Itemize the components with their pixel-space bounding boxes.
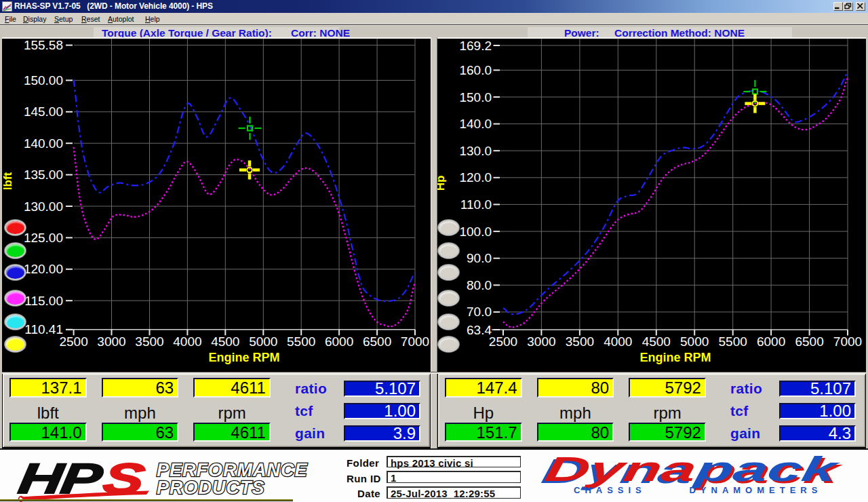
svg-text:90.0: 90.0: [467, 251, 492, 265]
svg-text:2500: 2500: [59, 334, 87, 349]
svg-text:140.0: 140.0: [459, 117, 492, 131]
svg-text:110.0: 110.0: [460, 197, 492, 212]
svg-text:155.58: 155.58: [24, 38, 63, 52]
svg-text:115.00: 115.00: [24, 294, 63, 308]
svg-text:169.2: 169.2: [459, 39, 492, 53]
svg-text:150.00: 150.00: [24, 73, 63, 88]
svg-text:5500: 5500: [287, 334, 315, 349]
svg-text:63.4: 63.4: [467, 323, 492, 337]
svg-text:6500: 6500: [363, 334, 391, 349]
svg-text:3000: 3000: [527, 334, 555, 349]
svg-text:4500: 4500: [211, 334, 239, 349]
svg-text:6000: 6000: [325, 334, 353, 349]
svg-text:3000: 3000: [97, 334, 125, 349]
svg-text:130.00: 130.00: [24, 199, 63, 214]
svg-text:4000: 4000: [604, 334, 632, 349]
svg-text:4500: 4500: [642, 334, 671, 349]
svg-text:135.00: 135.00: [24, 168, 63, 182]
svg-text:6000: 6000: [757, 334, 785, 349]
svg-text:5000: 5000: [680, 334, 709, 349]
svg-text:7000: 7000: [401, 334, 429, 349]
svg-text:140.00: 140.00: [24, 136, 63, 151]
svg-text:125.00: 125.00: [24, 231, 63, 245]
svg-text:100.0: 100.0: [459, 225, 492, 239]
svg-text:7000: 7000: [833, 334, 862, 349]
svg-text:6500: 6500: [795, 334, 823, 349]
svg-text:Engine RPM: Engine RPM: [208, 351, 279, 364]
svg-text:Engine RPM: Engine RPM: [639, 351, 711, 364]
svg-text:5500: 5500: [719, 334, 747, 349]
svg-text:3500: 3500: [566, 334, 594, 349]
svg-text:lbft: lbft: [2, 172, 14, 190]
svg-text:120.0: 120.0: [459, 170, 492, 185]
svg-text:70.0: 70.0: [467, 305, 492, 319]
svg-text:145.00: 145.00: [24, 104, 63, 119]
svg-text:80.0: 80.0: [467, 278, 492, 292]
svg-text:5000: 5000: [249, 334, 277, 349]
svg-text:110.41: 110.41: [24, 322, 63, 336]
svg-text:Hp: Hp: [437, 176, 447, 191]
svg-text:120.00: 120.00: [24, 262, 63, 276]
svg-text:2500: 2500: [489, 334, 517, 349]
svg-text:4000: 4000: [173, 334, 201, 349]
svg-text:150.0: 150.0: [459, 90, 492, 104]
svg-text:3500: 3500: [135, 334, 163, 349]
svg-text:160.0: 160.0: [459, 63, 492, 77]
svg-text:130.0: 130.0: [459, 144, 492, 158]
